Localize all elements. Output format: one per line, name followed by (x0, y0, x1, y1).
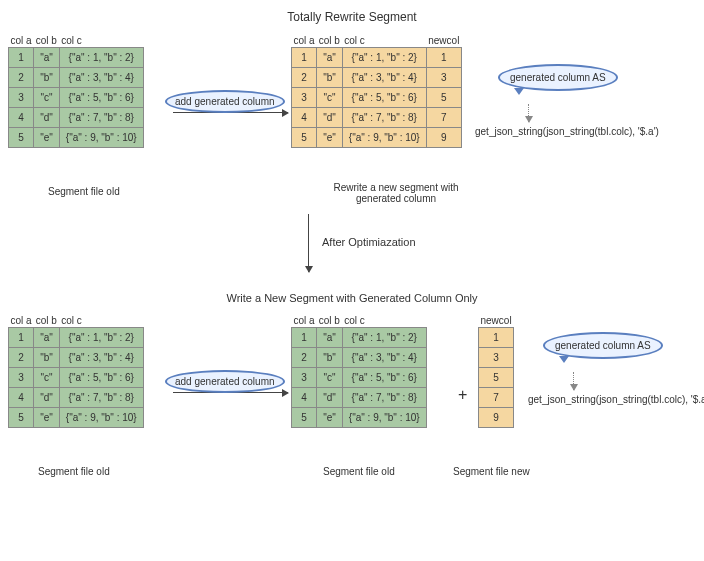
pill-add-col-bottom: add generated column (165, 370, 285, 393)
table-row: 3"c"{"a" : 5, "b" : 6} (292, 368, 427, 388)
table-row: 5"e"{"a" : 9, "b" : 10} (9, 128, 144, 148)
dotarrow-top (528, 104, 529, 122)
stage-bottom: col a col b col c 1"a"{"a" : 1, "b" : 2}… (8, 314, 696, 514)
table-row: 5"e"{"a" : 9, "b" : 10}9 (292, 128, 462, 148)
table-row: 4"d"{"a" : 7, "b" : 8} (9, 108, 144, 128)
caption-new: Segment file new (453, 466, 530, 477)
plus-sign: + (458, 386, 467, 404)
col-a-header: col a (9, 34, 34, 48)
col-new-header: newcol (426, 34, 461, 48)
table-row: 7 (479, 388, 514, 408)
table-row: 2"b"{"a" : 3, "b" : 4}3 (292, 68, 462, 88)
table-row: 5"e"{"a" : 9, "b" : 10} (292, 408, 427, 428)
table-row: 5"e"{"a" : 9, "b" : 10} (9, 408, 144, 428)
col-c-header: col c (59, 314, 143, 328)
dotarrow-bottom (573, 372, 574, 390)
col-b-header: col b (34, 34, 60, 48)
table-row: 1"a"{"a" : 1, "b" : 2}1 (292, 48, 462, 68)
col-b-header: col b (317, 34, 343, 48)
expr-top: get_json_string(json_string(tbl.colc), '… (475, 126, 659, 137)
table-header-row: newcol (479, 314, 514, 328)
caption-old-bottom-left: Segment file old (38, 466, 110, 477)
col-b-header: col b (317, 314, 343, 328)
caption-old-bottom-mid: Segment file old (323, 466, 395, 477)
title-bottom: Write a New Segment with Generated Colum… (8, 292, 696, 304)
col-new-header: newcol (479, 314, 514, 328)
table-header-row: col a col b col c newcol (292, 34, 462, 48)
table-row: 1 (479, 328, 514, 348)
caption-old-top: Segment file old (48, 186, 120, 197)
table-row: 4"d"{"a" : 7, "b" : 8} (9, 388, 144, 408)
bubble-gencol-bottom: generated column AS (543, 332, 663, 359)
arrow-down (308, 214, 309, 272)
table-row: 3"c"{"a" : 5, "b" : 6} (9, 88, 144, 108)
table-header-row: col a col b col c (9, 34, 144, 48)
table-row: 5 (479, 368, 514, 388)
col-a-header: col a (292, 314, 317, 328)
table-old-top: col a col b col c 1"a"{"a" : 1, "b" : 2}… (8, 34, 144, 148)
table-row: 2"b"{"a" : 3, "b" : 4} (292, 348, 427, 368)
table-row: 1"a"{"a" : 1, "b" : 2} (9, 48, 144, 68)
col-a-header: col a (292, 34, 317, 48)
table-old-bottom-mid: col a col b col c 1"a"{"a" : 1, "b" : 2}… (291, 314, 427, 428)
table-row: 1"a"{"a" : 1, "b" : 2} (9, 328, 144, 348)
col-a-header: col a (9, 314, 34, 328)
table-row: 9 (479, 408, 514, 428)
col-c-header: col c (342, 34, 426, 48)
table-rewritten: col a col b col c newcol 1"a"{"a" : 1, "… (291, 34, 462, 148)
expr-bottom: get_json_string(json_string(tbl.colc), '… (528, 394, 704, 405)
label-after-opt: After Optimiazation (322, 236, 416, 248)
table-row: 2"b"{"a" : 3, "b" : 4} (9, 68, 144, 88)
bubble-gencol-top: generated column AS (498, 64, 618, 91)
between-section: After Optimiazation (8, 214, 696, 284)
table-row: 3 (479, 348, 514, 368)
table-row: 1"a"{"a" : 1, "b" : 2} (292, 328, 427, 348)
stage-top: col a col b col c 1"a"{"a" : 1, "b" : 2}… (8, 34, 696, 214)
caption-rewritten: Rewrite a new segment with generated col… (316, 182, 476, 204)
table-newcol: newcol 1 3 5 7 9 (478, 314, 514, 428)
table-old-bottom-left: col a col b col c 1"a"{"a" : 1, "b" : 2}… (8, 314, 144, 428)
pill-add-col-top: add generated column (165, 90, 285, 113)
table-header-row: col a col b col c (292, 314, 427, 328)
table-row: 3"c"{"a" : 5, "b" : 6}5 (292, 88, 462, 108)
table-row: 4"d"{"a" : 7, "b" : 8} (292, 388, 427, 408)
table-row: 2"b"{"a" : 3, "b" : 4} (9, 348, 144, 368)
table-row: 4"d"{"a" : 7, "b" : 8}7 (292, 108, 462, 128)
table-header-row: col a col b col c (9, 314, 144, 328)
table-row: 3"c"{"a" : 5, "b" : 6} (9, 368, 144, 388)
col-c-header: col c (342, 314, 426, 328)
col-c-header: col c (59, 34, 143, 48)
col-b-header: col b (34, 314, 60, 328)
title-top: Totally Rewrite Segment (8, 10, 696, 24)
